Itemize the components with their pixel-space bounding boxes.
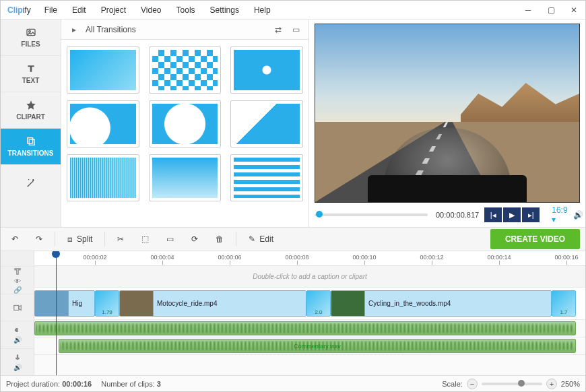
clip-count: Number of clips: 3 xyxy=(101,380,161,388)
video-clip[interactable]: Motocycle_ride.mp4 xyxy=(119,290,306,317)
prev-frame-button[interactable]: |◂ xyxy=(484,207,502,222)
audio-clip[interactable]: Commentary.wav xyxy=(59,339,576,353)
sidebar-item-label: FILES xyxy=(21,40,40,48)
lock-icon[interactable]: 🔗 xyxy=(13,286,22,294)
sidebar-clipart[interactable]: CLIPART xyxy=(1,92,61,129)
svg-rect-2 xyxy=(27,138,32,143)
video-track-label[interactable] xyxy=(1,294,34,321)
menu-bar: Clipify File Edit Project Video Tools Se… xyxy=(1,1,585,20)
image-icon xyxy=(26,27,36,38)
layers-icon xyxy=(26,136,36,147)
zoom-out-button[interactable]: − xyxy=(467,379,478,389)
menu-settings[interactable]: Settings xyxy=(203,3,246,18)
sidebar: FILES TEXT CLIPART TRANSITIONS xyxy=(1,20,61,227)
svg-rect-3 xyxy=(29,139,34,145)
next-frame-button[interactable]: ▸| xyxy=(522,207,540,222)
play-slides-icon[interactable]: ▸ xyxy=(68,24,80,36)
edit-button[interactable]: ✎Edit xyxy=(243,230,279,248)
sidebar-transitions[interactable]: TRANSITIONS xyxy=(1,129,61,165)
maximize-button[interactable]: ▢ xyxy=(540,1,562,20)
volume-icon[interactable]: 🔊 xyxy=(573,210,583,220)
zoom-value: 250% xyxy=(561,380,580,388)
video-clip[interactable]: Hig xyxy=(34,290,95,317)
caption-track-label[interactable]: 👁🔗 xyxy=(1,266,34,294)
playhead[interactable] xyxy=(56,251,57,375)
transition-thumb[interactable] xyxy=(67,154,139,201)
time-ruler[interactable]: 00:00:02 00:00:04 00:00:06 00:00:08 00:0… xyxy=(34,251,585,266)
transition-clip[interactable]: 2.0 xyxy=(306,290,331,317)
text-icon xyxy=(26,63,36,74)
menu-project[interactable]: Project xyxy=(94,3,133,18)
transition-clip[interactable]: 1.7 xyxy=(552,290,576,317)
svg-rect-4 xyxy=(13,305,18,310)
transition-thumb[interactable] xyxy=(230,100,303,148)
sidebar-item-label: TRANSITIONS xyxy=(8,150,54,157)
preview-viewport[interactable] xyxy=(315,24,580,203)
menu-help[interactable]: Help xyxy=(247,3,278,18)
shuffle-icon[interactable]: ⇄ xyxy=(272,24,284,36)
transition-thumb[interactable] xyxy=(149,46,222,94)
sidebar-text[interactable]: TEXT xyxy=(1,56,61,92)
transition-thumb[interactable] xyxy=(67,100,139,148)
timeline-toolbar: ↶ ↷ ⧈Split ✂ ⬚ ▭ ⟳ 🗑 ✎Edit CREATE VIDEO xyxy=(1,227,585,251)
transition-thumb[interactable] xyxy=(230,154,303,201)
sidebar-effects[interactable] xyxy=(1,165,61,201)
video-clip[interactable]: Cycling_in_the_woods.mp4 xyxy=(331,290,552,317)
sidebar-item-label: TEXT xyxy=(22,77,40,84)
voice-track-label[interactable]: 🔊 xyxy=(1,348,34,375)
visibility-icon[interactable]: 👁 xyxy=(14,277,21,285)
zoom-slider[interactable] xyxy=(482,383,542,385)
star-icon xyxy=(26,100,36,110)
zoom-in-button[interactable]: + xyxy=(546,379,557,389)
menu-video[interactable]: Video xyxy=(134,3,168,18)
app-brand: Clipify xyxy=(1,5,38,15)
sidebar-files[interactable]: FILES xyxy=(1,20,61,56)
svg-point-1 xyxy=(28,30,30,32)
transition-thumb[interactable] xyxy=(149,154,222,201)
menu-file[interactable]: File xyxy=(38,3,64,18)
transition-clip[interactable]: 1.79 xyxy=(95,290,119,317)
caption-track[interactable]: Double-click to add a caption or clipart xyxy=(34,266,585,288)
play-button[interactable]: ▶ xyxy=(503,207,521,222)
transition-thumb[interactable] xyxy=(230,46,303,94)
wand-icon xyxy=(26,178,36,189)
gallery-title: All Transitions xyxy=(86,25,136,34)
frame-button[interactable]: ▭ xyxy=(161,230,179,248)
project-duration: Project duration: 00:00:16 xyxy=(6,380,92,388)
status-bar: Project duration: 00:00:16 Number of cli… xyxy=(1,375,585,391)
transition-thumb[interactable] xyxy=(149,100,222,148)
preview-timecode: 00:00:00.817 xyxy=(436,211,479,219)
audio-track-label[interactable]: 🔊 xyxy=(1,321,34,348)
timeline: 👁🔗 🔊 🔊 00:00:02 00:00:04 00:00:06 00:00:… xyxy=(1,251,585,375)
sidebar-item-label: CLIPART xyxy=(16,113,45,121)
minimize-button[interactable]: ─ xyxy=(517,1,540,20)
audio-track-2[interactable]: Commentary.wav xyxy=(34,337,585,355)
undo-button[interactable]: ↶ xyxy=(6,230,24,248)
tracks-area[interactable]: 00:00:02 00:00:04 00:00:06 00:00:08 00:0… xyxy=(34,251,585,375)
rotate-button[interactable]: ⟳ xyxy=(186,230,203,248)
menus: File Edit Project Video Tools Settings H… xyxy=(38,3,278,18)
preview-seek-slider[interactable] xyxy=(315,214,428,216)
delete-button[interactable]: 🗑 xyxy=(210,230,229,248)
transition-thumb[interactable] xyxy=(67,46,139,94)
zoom-control: Scale: − + 250% xyxy=(442,379,580,389)
close-button[interactable]: ✕ xyxy=(562,1,585,20)
crop-button[interactable]: ⬚ xyxy=(136,230,154,248)
menu-edit[interactable]: Edit xyxy=(65,3,93,18)
audio-clip[interactable] xyxy=(34,321,576,335)
redo-button[interactable]: ↷ xyxy=(30,230,48,248)
create-video-button[interactable]: CREATE VIDEO xyxy=(490,229,580,249)
transitions-panel: ▸ All Transitions ⇄ ▭ xyxy=(61,20,309,227)
split-button[interactable]: ⧈Split xyxy=(62,230,98,248)
preview-panel: 00:00:00.817 |◂ ▶ ▸| 16:9 ▾ 🔊 📷 xyxy=(309,20,585,227)
video-track[interactable]: Hig1.79Motocycle_ride.mp42.0Cycling_in_t… xyxy=(34,288,585,320)
aspect-ratio-button[interactable]: 16:9 ▾ xyxy=(552,205,567,224)
cut-button[interactable]: ✂ xyxy=(112,230,129,248)
grid-view-icon[interactable]: ▭ xyxy=(290,24,302,36)
menu-tools[interactable]: Tools xyxy=(170,3,202,18)
audio-track-1[interactable] xyxy=(34,320,585,337)
